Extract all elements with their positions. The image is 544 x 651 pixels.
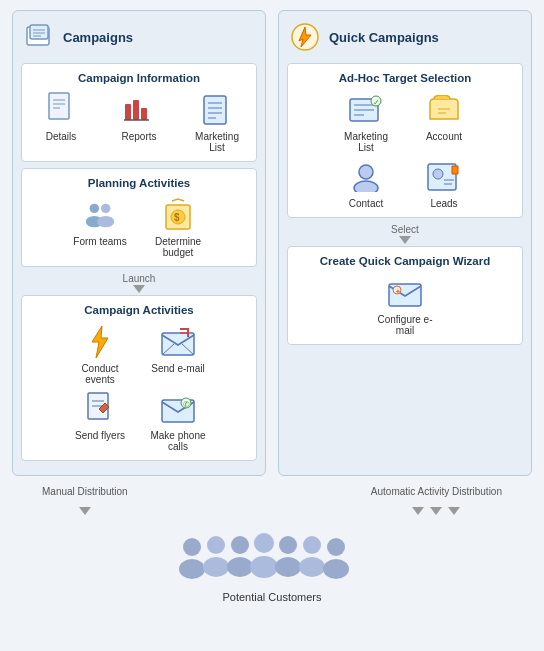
- svg-point-55: [183, 538, 201, 556]
- reports-item: Reports: [109, 92, 169, 153]
- marketing-list-item: Marketing List: [187, 92, 247, 153]
- svg-text:$: $: [174, 212, 180, 223]
- svg-point-46: [359, 165, 373, 179]
- marketing-list-icon: [199, 92, 235, 128]
- select-arrow: Select: [287, 224, 523, 244]
- svg-point-60: [227, 557, 253, 577]
- svg-point-19: [90, 204, 99, 213]
- adhoc-marketing-list-label: Marketing List: [336, 131, 396, 153]
- determine-budget-label: Determine budget: [148, 236, 208, 258]
- conduct-events-label: Conduct events: [70, 363, 130, 385]
- svg-rect-10: [125, 104, 131, 120]
- campaign-activities-title: Campaign Activities: [30, 304, 248, 316]
- svg-text:✆: ✆: [183, 400, 190, 409]
- svg-point-49: [433, 169, 443, 179]
- manual-arrow-icon: [79, 507, 91, 515]
- marketing-list-label: Marketing List: [187, 131, 247, 153]
- campaigns-icon: [21, 19, 57, 55]
- svg-marker-26: [92, 326, 108, 358]
- send-flyers-item: Send flyers: [70, 391, 130, 452]
- form-teams-label: Form teams: [73, 236, 126, 247]
- svg-point-61: [254, 533, 274, 553]
- conduct-events-item: Conduct events: [70, 324, 130, 385]
- send-email-icon: [160, 324, 196, 360]
- contact-label: Contact: [349, 198, 383, 209]
- send-email-item: Send e-mail: [148, 324, 208, 385]
- campaign-information-box: Campaign Information: [21, 63, 257, 162]
- campaign-activities-icons-row1: Conduct events Send e-mai: [30, 324, 248, 385]
- leads-item: Leads: [414, 159, 474, 209]
- planning-activities-icons: Form teams $ Determine budget: [30, 197, 248, 258]
- adhoc-row1: ✓ Marketing List: [296, 92, 514, 153]
- svg-point-65: [303, 536, 321, 554]
- reports-icon: [121, 92, 157, 128]
- form-teams-item: Form teams: [70, 197, 130, 258]
- customers-people-svg: [172, 529, 372, 589]
- determine-budget-icon: $: [160, 197, 196, 233]
- planning-activities-box: Planning Activities Form teams: [21, 168, 257, 267]
- send-flyers-label: Send flyers: [75, 430, 125, 441]
- configure-email-label: Configure e-mail: [375, 314, 435, 336]
- campaign-activities-icons-row2: Send flyers ✆ Make phone calls: [30, 391, 248, 452]
- svg-point-57: [207, 536, 225, 554]
- campaign-information-title: Campaign Information: [30, 72, 248, 84]
- account-icon: [426, 92, 462, 128]
- svg-point-67: [327, 538, 345, 556]
- adhoc-title: Ad-Hoc Target Selection: [296, 72, 514, 84]
- svg-rect-11: [133, 100, 139, 120]
- launch-arrow-icon: [133, 285, 145, 293]
- adhoc-marketing-list-item: ✓ Marketing List: [336, 92, 396, 153]
- svg-point-68: [323, 559, 349, 579]
- svg-point-66: [299, 557, 325, 577]
- quick-campaigns-title: Quick Campaigns: [329, 30, 439, 45]
- auto-arrow-icon-3: [448, 507, 460, 515]
- configure-email-item: ✦ Configure e-mail: [375, 275, 435, 336]
- conduct-events-icon: [82, 324, 118, 360]
- contact-icon: [348, 159, 384, 195]
- svg-point-56: [179, 559, 205, 579]
- leads-label: Leads: [430, 198, 457, 209]
- svg-rect-27: [162, 333, 194, 355]
- select-arrow-icon: [399, 236, 411, 244]
- main-container: Campaigns Campaign Information: [0, 0, 544, 651]
- send-email-label: Send e-mail: [151, 363, 204, 374]
- automatic-distribution-item: Automatic Activity Distribution: [371, 486, 502, 523]
- configure-email-icon: ✦: [387, 275, 423, 311]
- campaigns-header: Campaigns: [21, 19, 257, 55]
- details-label: Details: [46, 131, 77, 142]
- customers-icons: [172, 529, 372, 589]
- adhoc-row2: Contact Leads: [296, 159, 514, 209]
- svg-rect-14: [204, 96, 226, 124]
- customers-section: Potential Customers: [172, 529, 372, 603]
- launch-arrow: Launch: [21, 273, 257, 293]
- launch-label: Launch: [123, 273, 156, 284]
- reports-label: Reports: [121, 131, 156, 142]
- svg-point-59: [231, 536, 249, 554]
- planning-activities-title: Planning Activities: [30, 177, 248, 189]
- account-item: Account: [414, 92, 474, 153]
- campaigns-panel: Campaigns Campaign Information: [12, 10, 266, 476]
- contact-item: Contact: [336, 159, 396, 209]
- manual-distribution-item: Manual Distribution: [42, 486, 128, 523]
- svg-rect-1: [30, 25, 48, 39]
- svg-point-22: [97, 216, 114, 227]
- svg-rect-12: [141, 108, 147, 120]
- details-icon: [43, 92, 79, 128]
- svg-text:✦: ✦: [395, 288, 401, 295]
- campaign-activities-box: Campaign Activities Conduct events: [21, 295, 257, 461]
- adhoc-box: Ad-Hoc Target Selection ✓: [287, 63, 523, 218]
- svg-point-21: [101, 204, 110, 213]
- wizard-icons: ✦ Configure e-mail: [296, 275, 514, 336]
- auto-arrow-icon-2: [430, 507, 442, 515]
- leads-icon: [426, 159, 462, 195]
- manual-distribution-label: Manual Distribution: [42, 486, 128, 497]
- wizard-box: Create Quick Campaign Wizard ✦ Configure…: [287, 246, 523, 345]
- svg-point-64: [275, 557, 301, 577]
- phone-calls-item: ✆ Make phone calls: [148, 391, 208, 452]
- bottom-section: Manual Distribution Automatic Activity D…: [0, 482, 544, 609]
- auto-arrow-icon-1: [412, 507, 424, 515]
- determine-budget-item: $ Determine budget: [148, 197, 208, 258]
- account-label: Account: [426, 131, 462, 142]
- svg-point-58: [203, 557, 229, 577]
- phone-calls-label: Make phone calls: [148, 430, 208, 452]
